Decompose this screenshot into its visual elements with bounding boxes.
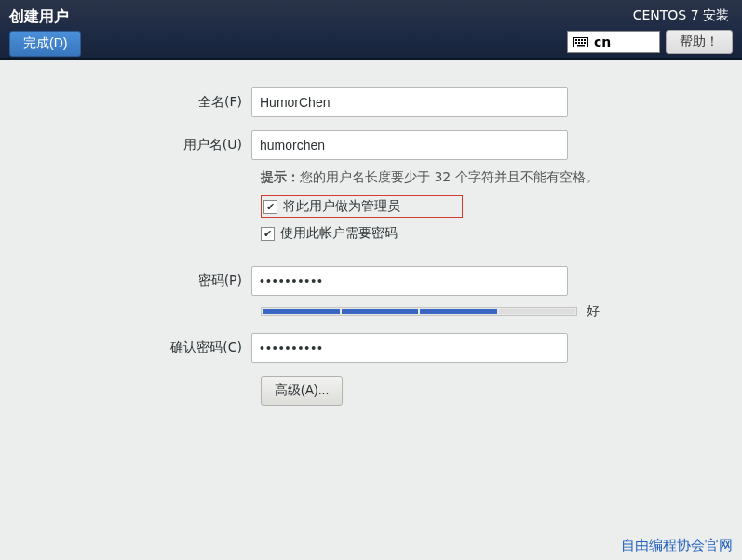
page-title: 创建用户 (9, 7, 81, 27)
password-label: 密码(P) (0, 273, 251, 289)
keyboard-layout-label: cn (594, 34, 611, 49)
advanced-button[interactable]: 高级(A)... (261, 376, 343, 406)
keyboard-icon (573, 37, 588, 47)
admin-checkbox-label[interactable]: 将此用户做为管理员 (283, 198, 456, 215)
admin-highlight: 将此用户做为管理员 (261, 195, 463, 218)
footer: 自由编程协会官网 (621, 537, 733, 554)
svg-rect-3 (578, 39, 580, 41)
svg-rect-10 (577, 45, 585, 47)
confirm-password-input[interactable] (251, 333, 568, 363)
password-strength-bar (261, 307, 577, 316)
password-input[interactable] (251, 266, 568, 296)
header-bar: 创建用户 完成(D) CENTOS 7 安装 cn 帮助！ (0, 0, 742, 60)
header-right: CENTOS 7 安装 cn 帮助！ (567, 7, 733, 52)
svg-rect-5 (584, 39, 586, 41)
done-button[interactable]: 完成(D) (9, 31, 81, 57)
fullname-input[interactable] (251, 87, 568, 117)
require-password-checkbox[interactable] (261, 227, 275, 241)
require-password-label[interactable]: 使用此帐户需要密码 (280, 225, 398, 242)
header-left: 创建用户 完成(D) (9, 7, 81, 52)
user-form: 全名(F) 用户名(U) 提示：您的用户名长度要少于 32 个字符并且不能有空格… (0, 60, 742, 406)
svg-rect-6 (575, 42, 577, 44)
svg-rect-4 (581, 39, 583, 41)
password-strength-label: 好 (587, 303, 600, 320)
header-controls: cn 帮助！ (567, 30, 733, 54)
strength-segment (263, 309, 340, 314)
svg-rect-9 (584, 42, 586, 44)
help-button[interactable]: 帮助！ (666, 30, 733, 54)
admin-checkbox[interactable] (263, 200, 277, 214)
username-label: 用户名(U) (0, 137, 251, 153)
username-hint: 提示：您的用户名长度要少于 32 个字符并且不能有空格。 (261, 169, 599, 184)
installer-title: CENTOS 7 安装 (633, 7, 729, 24)
strength-segment (342, 309, 419, 314)
footer-link[interactable]: 自由编程协会官网 (621, 537, 733, 553)
strength-segment (499, 309, 576, 314)
confirm-password-label: 确认密码(C) (0, 340, 251, 356)
strength-segment (420, 309, 497, 314)
keyboard-layout-selector[interactable]: cn (567, 31, 660, 53)
svg-rect-2 (575, 39, 577, 41)
svg-rect-7 (578, 42, 580, 44)
fullname-label: 全名(F) (0, 94, 251, 111)
username-input[interactable] (251, 130, 568, 160)
svg-rect-8 (581, 42, 583, 44)
